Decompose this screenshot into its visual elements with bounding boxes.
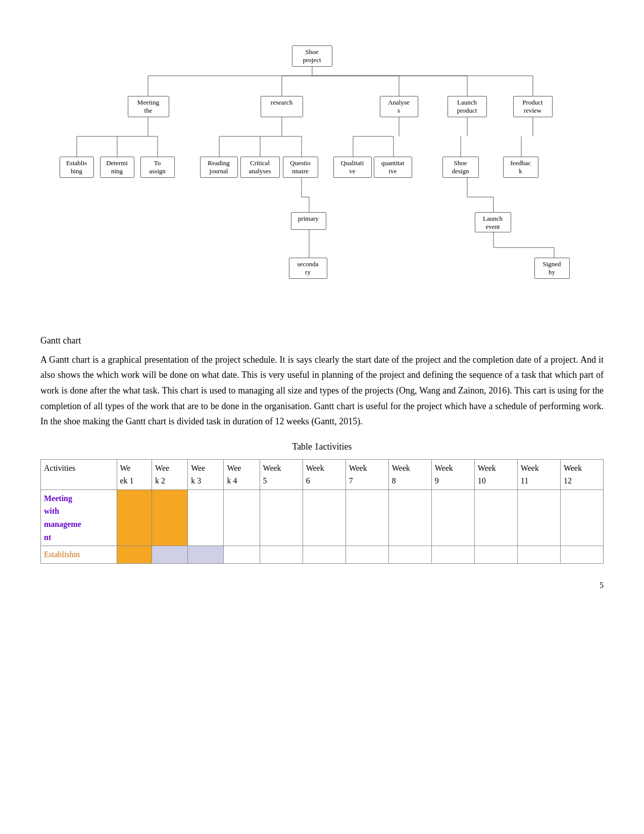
meeting-w4 [224,489,260,546]
meeting-w11 [517,489,560,546]
node-questionnaire: Questionnaire [283,157,318,178]
node-critical: Criticalanalyses [240,157,280,178]
col-header-week4: Week 4 [224,459,260,489]
meeting-w12 [560,489,603,546]
node-assign: Toassign [140,157,175,178]
node-launchevent: Launchevent [475,212,511,232]
col-header-week3: Week 3 [188,459,224,489]
col-header-week10: Week10 [474,459,517,489]
meeting-w6 [303,489,345,546]
establish-w12 [560,546,603,564]
table-row-establish: Establishin [41,546,604,564]
establish-w7 [345,546,388,564]
table-row-meeting: Meetingwithmanagement [41,489,604,546]
node-analyses: Analyses [380,96,418,117]
node-feedback: feedback [503,157,538,178]
establish-w11 [517,546,560,564]
node-secondary: secondary [289,258,327,279]
node-research: research [261,96,303,117]
meeting-w9 [431,489,474,546]
node-shoedesign: Shoedesign [442,157,479,178]
table-header-row: Activities Week 1 Week 2 Week 3 Week 4 W… [41,459,604,489]
node-root: Shoeproject [292,45,332,67]
establish-w10 [474,546,517,564]
meeting-w8 [388,489,431,546]
col-header-week11: Week11 [517,459,560,489]
meeting-w1 [117,489,152,546]
node-review: Productreview [513,96,553,117]
col-header-week2: Week 2 [152,459,188,489]
body-text: A Gantt chart is a graphical presentatio… [40,352,604,429]
meeting-w7 [345,489,388,546]
establish-w5 [260,546,303,564]
col-header-week1: Week 1 [117,459,152,489]
establish-w2 [152,546,188,564]
meeting-w10 [474,489,517,546]
table-title: Table 1activities [40,439,604,454]
page-number: 5 [40,579,604,592]
node-reading: Readingjournal [200,157,238,178]
org-chart-diagram: Shoeproject Meetingthe research Analyses… [44,30,600,313]
section-label: Gantt chart [40,333,604,348]
col-header-week12: Week12 [560,459,603,489]
col-header-week9: Week9 [431,459,474,489]
node-establish: Establishing [60,157,94,178]
establish-w8 [388,546,431,564]
col-header-week5: Week5 [260,459,303,489]
diagram-container: Shoeproject Meetingthe research Analyses… [40,30,604,313]
meeting-w2 [152,489,188,546]
node-primary: primary [291,212,326,230]
node-quantitative: quantitative [374,157,412,178]
col-header-week7: Week7 [345,459,388,489]
col-header-week8: Week8 [388,459,431,489]
node-signedby: Signedby [534,258,570,279]
establish-w9 [431,546,474,564]
node-launch: Launchproduct [448,96,487,117]
establish-w4 [224,546,260,564]
establish-w3 [188,546,224,564]
node-determin: Determining [100,157,134,178]
meeting-w3 [188,489,224,546]
col-header-activities: Activities [41,459,117,489]
establish-label: Establishin [41,546,117,564]
establish-w1 [117,546,152,564]
establish-w6 [303,546,345,564]
meeting-w5 [260,489,303,546]
node-meeting: Meetingthe [128,96,169,117]
activities-table: Activities Week 1 Week 2 Week 3 Week 4 W… [40,459,604,564]
meeting-label: Meetingwithmanagement [41,489,117,546]
col-header-week6: Week6 [303,459,345,489]
node-qualitative: Qualitative [333,157,372,178]
